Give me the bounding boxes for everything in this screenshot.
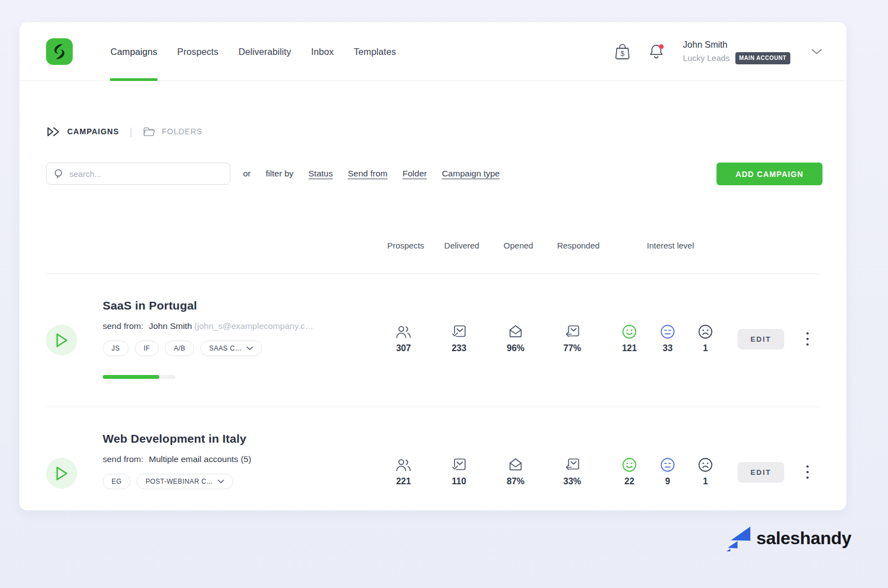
svg-text:$: $ [620,49,624,58]
main-nav: Campaigns Prospects Deliverability Inbox… [110,22,396,81]
notifications-button[interactable] [648,43,665,60]
row-menu-button[interactable] [803,463,812,481]
chevron-down-icon [218,479,224,484]
account-menu-toggle[interactable] [811,49,822,55]
filter-strip: or filter by Status Send from Folder Cam… [243,163,500,185]
stat-opened: 87% [507,457,524,486]
row-menu-button[interactable] [803,330,812,348]
tag-pill[interactable]: IF [135,341,159,356]
tag-pill[interactable]: EG [103,474,130,489]
add-campaign-button[interactable]: ADD CAMPAIGN [717,163,823,185]
nav-item-campaigns[interactable]: Campaigns [110,22,157,81]
user-company: Lucky Leads [683,53,730,64]
edit-campaign-button[interactable]: EDIT [738,329,784,349]
play-icon [56,333,68,348]
open-envelope-icon [507,323,524,340]
double-chevron-right-icon [46,126,60,138]
stat-not-interested: 1 [697,457,714,486]
sender-email: (john_s@examplecompany.c… [194,321,313,331]
column-header-prospects: Prospects [387,241,425,250]
play-campaign-button[interactable] [46,325,77,356]
nav-item-templates[interactable]: Templates [354,22,396,81]
stat-responded: 33% [563,457,581,486]
edit-campaign-button[interactable]: EDIT [738,462,784,483]
search-input[interactable] [69,169,223,179]
stat-responded: 77% [563,323,581,353]
not-interested-value: 1 [697,477,714,486]
send-from-label: send from: [103,321,143,331]
neutral-face-icon [659,457,676,473]
sender-name: Multiple email accounts (5) [149,454,251,464]
tag-dropdown-label: POST-WEBINAR C… [145,478,213,485]
tag-dropdown-pill[interactable]: SAAS C… [200,341,262,356]
sender-name: John Smith [149,321,192,331]
stat-not-interested: 1 [697,323,714,353]
account-badge: MAIN ACCOUNT [735,52,790,64]
neutral-face-icon [659,323,676,340]
campaign-progress-bar [103,375,175,379]
prospects-value: 307 [395,343,412,353]
stat-prospects: 221 [395,457,412,486]
tag-dropdown-label: SAAS C… [209,344,242,352]
smiley-face-icon [621,323,638,340]
opened-value: 96% [507,343,524,353]
interested-value: 22 [621,477,638,486]
reply-message-icon [563,323,581,340]
stat-neutral: 33 [659,323,676,353]
stat-delivered: 110 [451,457,467,486]
stat-neutral: 9 [659,457,676,486]
stat-interested: 121 [621,323,638,353]
search-icon [54,169,64,179]
tag-pill[interactable]: JS [103,341,129,356]
delivered-value: 110 [451,477,467,486]
campaign-row: Web Development in Italy send from:Multi… [19,407,846,510]
campaign-row: SaaS in Portugal send from:John Smith (j… [19,273,846,407]
app-logo[interactable] [46,38,73,65]
neutral-value: 9 [659,477,676,486]
folder-icon [143,126,155,137]
breadcrumb: CAMPAIGNS | FOLDERS [46,120,203,143]
filter-send-from[interactable]: Send from [348,169,388,179]
campaign-progress-fill [103,375,159,379]
send-from-line: send from:John Smith (john_s@examplecomp… [103,321,314,331]
campaign-tags: JS IF A/B SAAS C… [103,341,262,356]
kebab-dots-icon [806,332,809,346]
open-envelope-icon [507,457,524,473]
column-header-delivered: Delivered [444,241,479,250]
breadcrumb-folders[interactable]: FOLDERS [162,127,202,136]
people-icon [395,323,412,340]
play-campaign-button[interactable] [46,458,77,489]
tag-dropdown-pill[interactable]: POST-WEBINAR C… [137,474,233,489]
credits-button[interactable]: $ [614,42,631,61]
chevron-down-icon [811,49,822,55]
campaign-title[interactable]: SaaS in Portugal [103,299,197,312]
shopping-bag-dollar-icon: $ [614,42,631,61]
filter-folder[interactable]: Folder [402,169,427,179]
nav-item-deliverability[interactable]: Deliverability [239,22,291,81]
delivered-icon [451,457,467,473]
nav-item-prospects[interactable]: Prospects [177,22,218,81]
footer-brand-text: saleshandy [756,528,851,549]
stat-interested: 22 [621,457,638,486]
bell-icon [648,43,665,60]
interested-value: 121 [621,343,638,353]
nav-item-inbox[interactable]: Inbox [311,22,334,81]
not-interested-value: 1 [697,343,714,353]
user-account-block[interactable]: John Smith Lucky Leads MAIN ACCOUNT [683,39,790,64]
delivered-icon [451,323,467,340]
kebab-dots-icon [806,465,809,479]
breadcrumb-campaigns[interactable]: CAMPAIGNS [67,127,119,136]
opened-value: 87% [507,477,524,486]
user-name: John Smith [683,39,790,51]
filter-status[interactable]: Status [309,169,333,179]
tag-pill[interactable]: A/B [165,341,194,356]
breadcrumb-divider: | [130,125,133,138]
campaign-tags: EG POST-WEBINAR C… [103,474,233,489]
campaign-title[interactable]: Web Development in Italy [103,432,246,445]
campaigns-toolbar: or filter by Status Send from Folder Cam… [19,163,846,185]
reply-message-icon [563,457,581,473]
responded-value: 77% [563,343,581,353]
column-header-opened: Opened [503,241,533,250]
play-icon [56,466,68,481]
filter-campaign-type[interactable]: Campaign type [442,169,500,179]
